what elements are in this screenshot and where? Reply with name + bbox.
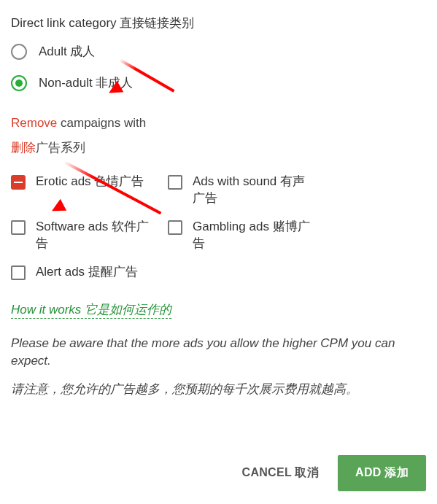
- radio-circle-icon: [11, 44, 27, 60]
- notice-en: Please be aware that the more ads you al…: [11, 335, 419, 371]
- link-how-it-works[interactable]: How it works 它是如何运作的: [11, 301, 171, 319]
- checkbox-gambling-ads[interactable]: Gambling ads 赌博广告: [168, 219, 314, 252]
- checkbox-ads-with-sound[interactable]: Ads with sound 有声广告: [168, 174, 314, 207]
- add-button[interactable]: ADD 添加: [338, 455, 426, 491]
- checkbox-erotic-ads[interactable]: Erotic ads 色情广告: [11, 174, 157, 207]
- remove-heading: Remove campaigns with: [11, 116, 426, 131]
- radio-label-nonadult: Non-adult 非成人: [39, 74, 133, 91]
- dialog-button-bar: CANCEL 取消 ADD 添加: [242, 455, 426, 491]
- notice-cn: 请注意，您允许的广告越多，您预期的每千次展示费用就越高。: [11, 381, 419, 399]
- radio-label-adult: Adult 成人: [39, 43, 95, 60]
- checkbox-empty-icon: [11, 265, 26, 280]
- checkbox-grid: Erotic ads 色情广告 Ads with sound 有声广告 Soft…: [11, 174, 426, 281]
- remove-heading-prefix: Remove: [11, 116, 57, 130]
- checkbox-software-ads[interactable]: Software ads 软件广告: [11, 219, 157, 252]
- checkbox-empty-icon: [168, 175, 182, 190]
- cancel-button[interactable]: CANCEL 取消: [242, 465, 320, 481]
- checkbox-indeterminate-icon: [11, 175, 26, 190]
- radio-adult[interactable]: Adult 成人: [11, 43, 426, 60]
- radio-circle-checked-icon: [11, 75, 27, 91]
- checkbox-label-software: Software ads 软件广告: [36, 219, 157, 252]
- remove-heading-cn-prefix: 删除: [11, 141, 36, 155]
- checkbox-label-erotic: Erotic ads 色情广告: [36, 174, 144, 190]
- remove-heading-cn-rest: 广告系列: [36, 141, 85, 155]
- checkbox-label-gambling: Gambling ads 赌博广告: [193, 219, 314, 252]
- checkbox-alert-ads[interactable]: Alert ads 提醒广告: [11, 264, 314, 281]
- section-title-direct-link-category: Direct link category 直接链接类别: [11, 15, 426, 31]
- checkbox-label-alert: Alert ads 提醒广告: [36, 264, 138, 281]
- checkbox-empty-icon: [168, 220, 182, 235]
- checkbox-empty-icon: [11, 220, 26, 235]
- remove-heading-cn: 删除广告系列: [11, 139, 426, 156]
- radio-nonadult[interactable]: Non-adult 非成人: [11, 74, 426, 91]
- remove-heading-rest: campaigns with: [57, 116, 146, 130]
- checkbox-label-sound: Ads with sound 有声广告: [193, 174, 314, 207]
- radio-group-category: Adult 成人 Non-adult 非成人: [11, 43, 426, 91]
